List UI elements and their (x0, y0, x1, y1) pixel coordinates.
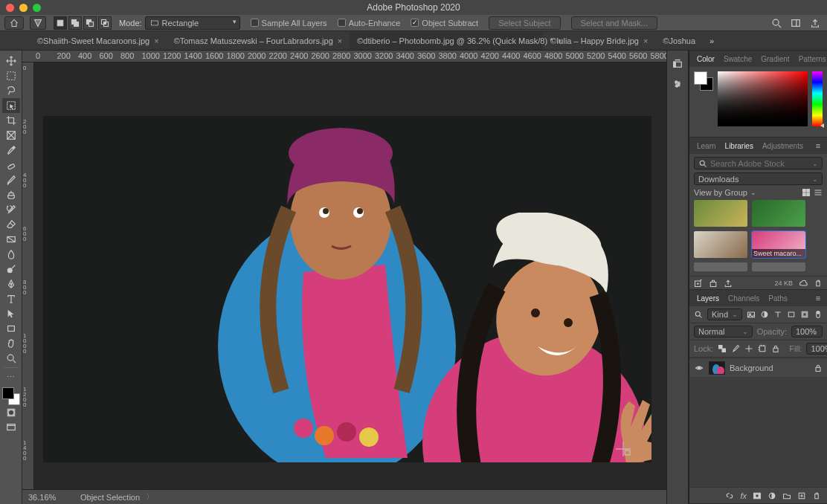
lock-position-icon[interactable] (744, 344, 753, 353)
vertical-ruler[interactable]: 0200400600800100012001400 (22, 62, 34, 489)
trash-icon[interactable] (812, 491, 821, 500)
auto-enhance-checkbox[interactable]: Auto-Enhance (338, 19, 401, 28)
library-search-input[interactable]: Search Adobe Stock ⌄ (694, 157, 823, 169)
screen-mode-toggle[interactable] (2, 420, 20, 435)
library-item[interactable] (752, 200, 805, 227)
new-layer-icon[interactable] (797, 491, 806, 500)
marquee-tool[interactable] (2, 68, 20, 83)
object-selection-tool[interactable] (2, 98, 20, 113)
move-tool[interactable] (2, 54, 20, 68)
select-subject-button[interactable]: Select Subject (489, 16, 560, 30)
filter-smart-icon[interactable] (800, 310, 809, 319)
group-icon[interactable] (782, 491, 791, 500)
quick-mask-toggle[interactable] (2, 405, 20, 420)
filter-pixel-icon[interactable] (747, 310, 756, 319)
share-icon[interactable] (808, 16, 823, 30)
close-icon[interactable]: × (338, 36, 342, 45)
fullscreen-window-button[interactable] (33, 4, 41, 12)
tab-channels[interactable]: Channels (724, 292, 764, 305)
tab-color[interactable]: Color (692, 53, 719, 65)
filter-adjustment-icon[interactable] (760, 310, 769, 319)
crop-tool[interactable] (2, 113, 20, 128)
close-icon[interactable]: × (643, 36, 648, 45)
tool-preset-picker[interactable] (30, 16, 46, 30)
panel-menu-icon[interactable]: ≡ (812, 141, 824, 150)
link-layers-icon[interactable] (725, 491, 734, 500)
path-selection-tool[interactable] (2, 306, 20, 321)
zoom-level[interactable]: 36.16% (28, 493, 73, 502)
library-select[interactable]: Downloads⌄ (694, 172, 823, 185)
minimize-window-button[interactable] (19, 4, 28, 12)
brush-tool[interactable] (2, 172, 20, 187)
blend-mode-select[interactable]: Normal⌄ (694, 326, 753, 337)
sample-all-layers-checkbox[interactable]: Sample All Layers (251, 19, 327, 28)
workspace-switcher-icon[interactable] (788, 16, 803, 30)
home-button[interactable] (4, 16, 24, 30)
status-menu-icon[interactable]: 〉 (146, 491, 154, 503)
search-icon[interactable] (694, 310, 703, 319)
lock-pixels-icon[interactable] (731, 344, 740, 353)
gradient-tool[interactable] (2, 232, 20, 247)
tab-patterns[interactable]: Patterns (794, 53, 827, 65)
tab-gradients[interactable]: Gradient (756, 53, 794, 65)
chevron-down-icon[interactable]: ⌄ (812, 160, 818, 167)
color-picker[interactable] (689, 67, 827, 137)
color-swatch[interactable] (2, 387, 20, 405)
layer-thumbnail[interactable] (709, 361, 725, 375)
lock-artboard-icon[interactable] (758, 344, 767, 353)
library-item[interactable] (694, 231, 747, 258)
selection-add-icon[interactable] (68, 16, 82, 30)
document-tab[interactable]: ©Shaiith-Sweet Macaroons.jpg× (30, 31, 167, 50)
tab-swatches[interactable]: Swatche (719, 53, 756, 65)
library-view-mode[interactable]: View by Group⌄ (694, 188, 823, 197)
tab-layers[interactable]: Layers (692, 292, 724, 305)
lock-transparency-icon[interactable] (718, 344, 727, 353)
fill-input[interactable]: 100%⌄ (806, 343, 827, 355)
list-view-icon[interactable] (814, 188, 823, 197)
grid-view-icon[interactable] (802, 188, 811, 197)
fg-bg-swatch[interactable] (694, 71, 713, 132)
document-tab[interactable]: ©Tomasz Matuszewski – FourLabradors.jpg× (167, 31, 350, 50)
adjustment-layer-icon[interactable] (768, 491, 776, 500)
pen-tool[interactable] (2, 277, 20, 291)
selection-intersect-icon[interactable] (98, 16, 112, 30)
document-tab-active[interactable]: ©dtiberio – Photobomb.jpg @ 36.2% (Quick… (350, 31, 543, 50)
zoom-tool[interactable] (2, 351, 20, 366)
selection-subtract-icon[interactable] (83, 16, 97, 30)
layer-style-icon[interactable]: fx (740, 491, 747, 500)
eyedropper-tool[interactable] (2, 143, 20, 158)
library-item[interactable] (694, 262, 747, 271)
visibility-icon[interactable] (694, 363, 704, 373)
history-panel-icon[interactable] (669, 55, 686, 71)
dodge-tool[interactable] (2, 262, 20, 277)
type-tool[interactable] (2, 291, 20, 306)
lasso-tool[interactable] (2, 83, 20, 98)
document-tab[interactable]: ©Iulia – Happy Bride.jpg× (543, 31, 655, 50)
document-tab[interactable]: ©Joshua (655, 31, 703, 50)
select-and-mask-button[interactable]: Select and Mask... (571, 16, 658, 30)
lock-icon[interactable] (814, 364, 823, 372)
canvas[interactable] (34, 62, 666, 489)
hue-slider[interactable] (812, 71, 823, 126)
saturation-value-field[interactable] (718, 71, 808, 126)
tab-adjustments[interactable]: Adjustments (758, 140, 808, 152)
horizontal-ruler[interactable]: 0200400600800100012001400160018002000220… (22, 51, 666, 62)
panel-menu-icon[interactable]: ≡ (812, 294, 824, 303)
library-item[interactable] (752, 262, 805, 271)
upload-icon[interactable] (724, 279, 733, 288)
libraries-sync-icon[interactable] (709, 279, 718, 288)
add-content-icon[interactable] (694, 279, 703, 288)
eraser-tool[interactable] (2, 217, 20, 232)
healing-brush-tool[interactable] (2, 158, 20, 172)
blur-tool[interactable] (2, 247, 20, 262)
tab-libraries[interactable]: Libraries (721, 140, 758, 152)
layer-filter-select[interactable]: Kind⌄ (707, 308, 742, 320)
hand-tool[interactable] (2, 336, 20, 351)
tabs-overflow-icon[interactable]: » (703, 31, 721, 50)
selection-new-icon[interactable] (54, 16, 67, 30)
layer-row[interactable]: Background (689, 359, 827, 377)
layer-mask-icon[interactable] (753, 491, 762, 500)
clone-stamp-tool[interactable] (2, 187, 20, 202)
layer-list[interactable]: Background (689, 358, 827, 487)
mode-select[interactable]: Rectangle (145, 16, 240, 30)
